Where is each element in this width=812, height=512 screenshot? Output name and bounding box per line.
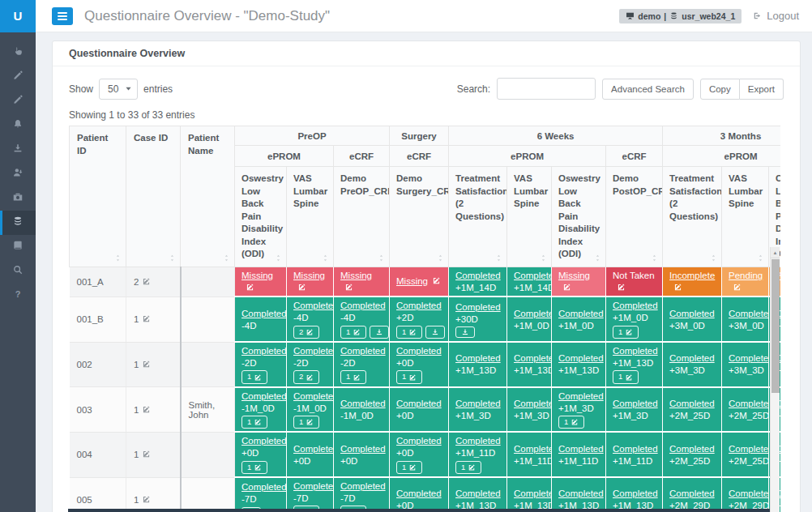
status-cell[interactable]: Completed+1M_13D [449,477,507,512]
status-link[interactable]: Completed [241,482,287,492]
edit-icon[interactable] [297,283,306,292]
status-link[interactable]: Completed [241,346,287,356]
edit-count-badge[interactable]: 1 [613,370,639,383]
status-link[interactable]: Completed [558,444,604,454]
status-cell[interactable]: Completed+1M_13D [449,342,507,387]
edit-count-badge[interactable]: 1 [396,326,422,339]
status-cell[interactable]: Completed+1M_13D [552,477,606,512]
status-link[interactable]: Completed [241,436,287,446]
download-badge[interactable] [370,326,389,339]
status-link[interactable]: Completed [669,353,715,363]
edit-count-badge[interactable]: 1 [613,326,639,339]
status-cell[interactable]: Completed-2D1 [235,342,287,387]
status-link[interactable]: Completed [669,309,715,318]
sidebar-item-9[interactable] [0,235,36,259]
status-cell[interactable]: Completed+30D [449,297,507,342]
status-cell[interactable]: Completed+2M_29D [663,477,722,512]
status-link[interactable]: Completed [455,436,501,446]
column-header[interactable]: Demo Surgery_CRF [390,167,449,267]
status-link[interactable]: Missing [293,271,325,280]
sidebar-item-6[interactable] [0,162,36,186]
status-link[interactable]: Incomplete [669,271,715,280]
status-cell[interactable]: Completed+1M_14D [449,267,507,297]
status-cell[interactable]: Completed-4D1 [334,297,390,342]
status-cell[interactable]: Completed+3M_0D [722,297,769,342]
sort-icon[interactable] [113,253,122,263]
column-header[interactable]: Oswestry Low Back Pain Disability Index … [235,167,287,267]
status-cell[interactable]: Missing [235,267,287,297]
edit-count-badge[interactable]: 1 [340,326,366,339]
status-cell[interactable]: Completed-7D1 [287,477,334,512]
status-cell[interactable]: Completed+1M_0D [552,297,606,342]
edit-count-badge[interactable]: 2 [293,370,319,383]
status-link[interactable]: Completed [455,302,501,312]
status-link[interactable]: Completed [729,444,769,454]
download-badge[interactable] [425,326,445,339]
status-link[interactable]: Completed [455,353,501,363]
status-cell[interactable]: Completed+0D1 [390,342,449,387]
status-cell[interactable]: Completed+1M_11D1 [449,432,507,477]
edit-icon[interactable] [562,283,571,292]
status-cell[interactable]: Completed+1M_0D [507,297,552,342]
download-badge[interactable] [455,326,475,338]
edit-icon[interactable] [142,405,151,415]
status-link[interactable]: Completed [514,309,552,318]
status-cell[interactable]: Completed+0D [390,387,449,433]
edit-count-badge[interactable]: 1 [396,461,422,474]
sort-icon[interactable] [436,253,445,263]
status-link[interactable]: Completed [558,489,604,498]
column-header[interactable]: Treatment Satisfaction (2 Questions) [663,167,722,267]
status-cell[interactable]: Completed-1M_0D1 [287,387,334,433]
status-cell[interactable]: Missing [390,267,449,297]
sort-icon[interactable] [593,253,602,263]
edit-count-badge[interactable]: 1 [241,416,267,429]
sidebar-item-2[interactable] [0,65,36,89]
status-cell[interactable]: Completed-7D1 [334,477,390,512]
status-link[interactable]: Completed [340,301,386,310]
status-cell[interactable]: Completed+1M_13D [507,342,552,387]
edit-count-badge[interactable]: 1 [455,461,481,474]
status-link[interactable]: Completed [455,271,501,280]
sort-icon[interactable] [222,253,231,263]
status-cell[interactable]: Completed-2D1 [334,342,390,387]
edit-icon[interactable] [246,283,254,292]
sidebar-item-10[interactable] [0,259,36,284]
status-link[interactable]: Completed [293,346,334,356]
scrollbar-thumb[interactable] [771,259,780,393]
status-link[interactable]: Completed [514,444,552,454]
sort-icon[interactable] [321,253,330,263]
status-link[interactable]: Completed [293,444,334,454]
page-size-select[interactable]: 50 [99,79,138,100]
status-link[interactable]: Not Taken [613,271,655,280]
status-cell[interactable]: Pending [722,267,769,297]
status-cell[interactable]: Completed+2M_25D [663,387,722,433]
status-link[interactable]: Completed [729,309,769,318]
export-button[interactable]: Export [740,79,784,100]
logout-button[interactable]: Logout [753,10,799,22]
status-link[interactable]: Completed [396,399,442,408]
status-link[interactable]: Completed [514,399,552,408]
sort-icon[interactable] [168,253,177,263]
horizontal-scrollbar[interactable] [68,509,770,512]
status-link[interactable]: Completed [455,489,501,498]
status-cell[interactable]: Completed+0D [390,477,449,512]
status-link[interactable]: Completed [293,391,334,401]
status-cell[interactable]: Completed+2M_29D [722,477,769,512]
status-cell[interactable]: Completed+3M_3D [663,342,722,387]
status-link[interactable]: Completed [558,353,604,363]
status-link[interactable]: Completed [729,489,769,498]
edit-count-badge[interactable]: 1 [396,370,422,383]
status-cell[interactable]: Completed+2M_25D [722,387,769,433]
edit-icon[interactable] [344,283,353,292]
status-link[interactable]: Missing [340,271,372,280]
status-cell[interactable]: Completed+1M_11D [606,432,663,477]
advanced-search-button[interactable]: Advanced Search [602,79,694,100]
status-link[interactable]: Completed [729,399,769,408]
column-header[interactable]: VAS Lumbar Spine [722,167,769,267]
copy-button[interactable]: Copy [700,79,740,100]
status-link[interactable]: Completed [558,309,604,318]
status-link[interactable]: Completed [669,489,715,498]
status-cell[interactable]: Completed+1M_13D [606,477,663,512]
edit-icon[interactable] [142,314,151,324]
status-link[interactable]: Completed [340,444,386,454]
